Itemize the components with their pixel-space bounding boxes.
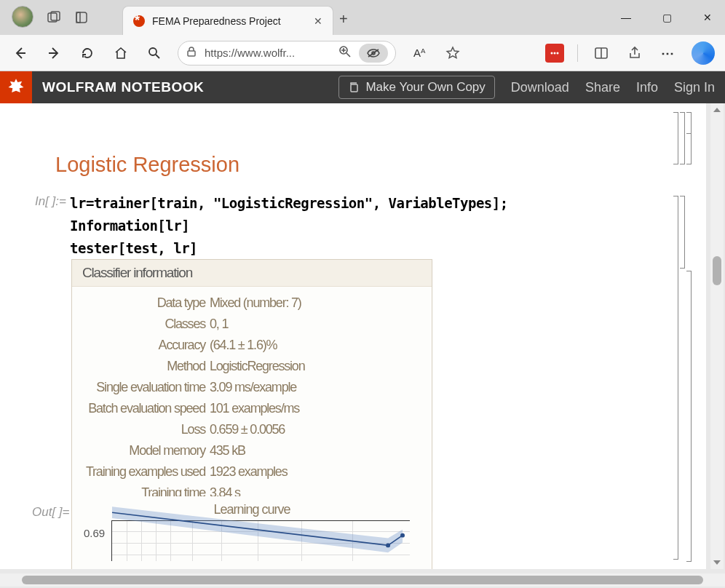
vertical-scrollbar[interactable] [710,103,724,569]
info-row: Training examples used1923 examples [72,461,432,482]
split-screen-icon[interactable] [591,43,611,63]
zoom-icon[interactable] [338,45,352,60]
toolbar-divider [577,44,578,62]
info-row: Accuracy(64.1 ± 1.6)% [72,335,432,356]
tab-actions-icon[interactable] [70,6,93,29]
favorite-button[interactable] [443,43,463,63]
info-row: MethodLogisticRegression [72,356,432,377]
close-window-button[interactable]: ✕ [696,6,719,29]
wolfram-brand-text: WOLFRAM NOTEBOOK [42,79,338,95]
refresh-button[interactable] [77,43,98,63]
code-input-cell[interactable]: lr=trainer[train, "LogisticRegression", … [70,192,508,260]
svg-point-15 [386,543,390,547]
learning-curve-chart: Learning curve 0.69 [71,496,432,569]
info-row: Single evaluation time3.09 ms/example [72,377,432,398]
home-button[interactable] [111,43,131,63]
svg-point-10 [557,52,559,54]
code-line: lr=trainer[train, "LogisticRegression", … [70,192,508,215]
horizontal-scroll-thumb[interactable] [22,576,703,584]
profile-avatar[interactable] [12,6,33,28]
window-titlebar: FEMA Preparedness Project ✕ + — ▢ ✕ [0,0,725,35]
search-button[interactable] [144,43,165,63]
svg-rect-5 [188,51,195,56]
tab-close-button[interactable]: ✕ [314,15,322,27]
code-line: tester[test, lr] [70,237,508,260]
horizontal-scrollbar[interactable] [0,573,725,587]
workspaces-icon[interactable] [42,6,66,29]
info-panel-body: Data typeMixed (number: 7) Classes0, 1 A… [72,287,432,511]
svg-rect-2 [76,12,87,23]
share-page-icon[interactable] [625,43,645,63]
svg-point-14 [400,533,405,538]
info-link[interactable]: Info [636,80,658,95]
vertical-scroll-thumb[interactable] [713,256,721,285]
chart-series-icon [112,521,410,561]
notebook-content: Logistic Regression In[ ]:= Out[ ]= lr=t… [0,103,706,569]
tracking-prevention-icon[interactable] [359,44,388,63]
chart-plot-area [111,520,410,561]
back-button[interactable] [10,43,31,63]
code-line: Information[lr] [70,215,508,237]
window-controls: — ▢ ✕ [614,6,719,29]
new-tab-button[interactable]: + [339,11,348,28]
input-label: In[ ]:= [35,194,66,209]
svg-point-8 [551,52,553,54]
wolfram-favicon-icon [133,15,145,27]
info-panel-title: Classifier information [72,260,432,287]
tab-title: FEMA Preparedness Project [152,15,306,27]
svg-rect-3 [76,12,80,23]
info-row: Loss0.659 ± 0.0056 [72,419,432,440]
share-link[interactable]: Share [585,80,620,95]
info-row: Model memory435 kB [72,440,432,461]
wolfram-header: WOLFRAM NOTEBOOK Make Your Own Copy Down… [0,71,725,103]
output-label: Out[ ]= [32,505,70,520]
classifier-info-panel: Classifier information Data typeMixed (n… [71,259,432,512]
svg-rect-12 [351,84,357,92]
forward-button[interactable] [44,43,64,63]
minimize-button[interactable]: — [614,6,638,29]
read-aloud-icon[interactable]: Aᴬ [409,43,429,63]
wolfram-logo-icon[interactable] [0,71,32,103]
more-menu-button[interactable]: ⋯ [658,43,678,63]
maximize-button[interactable]: ▢ [655,6,678,29]
download-link[interactable]: Download [511,80,569,95]
address-bar[interactable]: https://www.wolfr... [178,41,396,65]
svg-point-9 [554,52,556,54]
chart-ytick: 0.69 [84,527,105,539]
cell-bracket-gutter[interactable] [670,112,692,563]
lock-icon [186,46,197,60]
browser-toolbar: https://www.wolfr... Aᴬ ⋯ [0,35,725,71]
url-text: https://www.wolfr... [205,47,331,59]
section-title: Logistic Regression [55,153,239,177]
info-row: Batch evaluation speed101 examples/ms [72,398,432,419]
copilot-icon[interactable] [692,41,715,65]
browser-tab[interactable]: FEMA Preparedness Project ✕ [122,6,333,35]
info-row: Classes0, 1 [72,314,432,335]
signin-link[interactable]: Sign In [674,80,715,95]
make-copy-label: Make Your Own Copy [365,80,485,95]
info-row: Data typeMixed (number: 7) [72,293,432,314]
svg-point-4 [149,48,157,55]
make-copy-button[interactable]: Make Your Own Copy [338,76,494,99]
extension-icon[interactable] [545,44,564,63]
